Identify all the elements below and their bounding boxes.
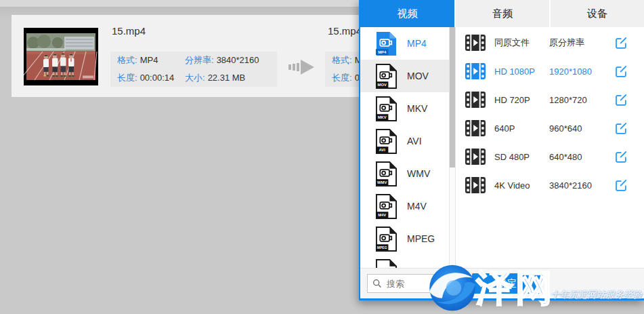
confirm-button[interactable]: 确定 (472, 273, 542, 294)
resolution-pair: 分辨率:3840*2160 (185, 54, 277, 66)
format-item-mpeg[interactable]: MPEG MPEG (360, 222, 449, 255)
duration-label: 长度: (117, 73, 137, 83)
tab-audio[interactable]: 音频 (456, 0, 549, 27)
svg-text:MOV: MOV (378, 82, 387, 86)
format-item-partial[interactable] (360, 255, 449, 269)
preset-resolution: 960*640 (549, 123, 614, 134)
format-item-m4v[interactable]: M4V M4V (360, 190, 449, 222)
preset-row-720p[interactable]: HD 720P 1280*720 (456, 85, 644, 114)
size-value: 22.31 MB (208, 73, 246, 83)
preset-row-1080p[interactable]: HD 1080P 1920*1080 (456, 57, 644, 85)
edit-icon[interactable] (614, 93, 628, 106)
format-sidebar: MP4 MP4 MOV MOV (360, 27, 449, 269)
output-duration-label: 长度: (332, 73, 352, 83)
format-item-mkv[interactable]: MKV MKV (360, 92, 449, 125)
svg-text:MPEG: MPEG (377, 245, 387, 249)
mp4-file-icon: MP4 (375, 31, 398, 57)
format-item-label: MOV (407, 71, 429, 81)
scrollbar-thumb[interactable] (450, 27, 455, 168)
search-input[interactable] (385, 278, 446, 290)
format-item-mp4[interactable]: MP4 MP4 (360, 27, 449, 60)
format-item-label: AVI (407, 136, 422, 146)
video-converter-window: { "accent_color": "#1486e8", "selected_b… (0, 0, 644, 314)
format-pair: 格式:MP4 (117, 54, 185, 66)
duration-value: 00:00:14 (140, 73, 175, 83)
film-icon (465, 177, 486, 193)
thumbnail-image (24, 28, 98, 85)
duration-pair: 长度:00:00:14 (117, 72, 185, 84)
mkv-file-icon: MKV (375, 96, 398, 122)
format-picker-panel: 视频 音频 设备 MP4 MP4 (359, 0, 644, 300)
svg-text:WMV: WMV (377, 180, 387, 184)
edit-icon[interactable] (614, 178, 628, 192)
film-icon (465, 35, 486, 51)
format-value: MP4 (140, 55, 158, 65)
film-icon (465, 149, 486, 165)
format-item-label: MKV (407, 103, 427, 114)
file-title: 15.mp4 (112, 25, 146, 37)
search-box[interactable] (367, 274, 452, 293)
preset-row-480p[interactable]: SD 480P 640*480 (456, 142, 644, 171)
preset-name: 同原文件 (494, 37, 549, 49)
wmv-file-icon: WMV (375, 161, 398, 187)
svg-text:MP4: MP4 (378, 50, 387, 54)
sidebar-scrollbar[interactable] (449, 27, 456, 269)
panel-footer: 确定 (360, 268, 644, 298)
partial-file-icon (375, 258, 398, 269)
preset-name: HD 1080P (494, 66, 549, 77)
size-pair: 大小:22.31 MB (185, 72, 277, 84)
preset-resolution: 1920*1080 (549, 66, 614, 77)
panel-tabs: 视频 音频 设备 (360, 0, 644, 27)
preset-name: HD 720P (494, 95, 549, 105)
tab-device[interactable]: 设备 (551, 0, 644, 27)
format-label: 格式: (117, 55, 137, 65)
preset-resolution: 640*480 (549, 152, 614, 162)
mov-file-icon: MOV (375, 63, 398, 90)
format-item-label: M4V (407, 201, 427, 212)
film-icon (465, 92, 486, 108)
resolution-label: 分辨率: (185, 55, 214, 65)
size-label: 大小: (185, 73, 205, 83)
m4v-file-icon: M4V (375, 193, 398, 220)
preset-row-4k[interactable]: 4K Video 3840*2160 (456, 171, 644, 199)
format-item-wmv[interactable]: WMV WMV (360, 157, 449, 190)
search-icon (372, 279, 382, 288)
preset-name: 4K Video (494, 180, 549, 191)
output-format-label: 格式: (332, 55, 352, 65)
format-item-avi[interactable]: AVI AVI (360, 125, 449, 157)
edit-icon[interactable] (614, 36, 628, 50)
convert-arrow-icon (288, 58, 316, 76)
preset-resolution: 3840*2160 (549, 180, 614, 191)
format-item-label: WMV (407, 168, 430, 179)
format-item-label: MP4 (407, 38, 427, 49)
preset-row-original[interactable]: 同原文件 原分辨率 (456, 28, 644, 57)
edit-icon[interactable] (614, 150, 628, 163)
svg-text:M4V: M4V (378, 212, 386, 216)
preset-name: SD 480P (494, 152, 549, 162)
resolution-value: 3840*2160 (217, 55, 259, 65)
preset-resolution: 原分辨率 (549, 37, 614, 49)
film-icon (465, 63, 486, 79)
panel-body: MP4 MP4 MOV MOV (360, 27, 644, 269)
video-thumbnail[interactable] (24, 28, 98, 85)
format-item-mov[interactable]: MOV MOV (360, 60, 449, 92)
avi-file-icon: AVI (375, 128, 398, 155)
format-item-label: MPEG (407, 233, 435, 244)
edit-icon[interactable] (614, 121, 628, 135)
preset-resolution: 1280*720 (549, 95, 614, 105)
file-info-box: 格式:MP4 分辨率:3840*2160 长度:00:00:14 大小:22.3… (110, 52, 277, 87)
tab-video[interactable]: 视频 (360, 0, 454, 27)
output-file-title: 15.mp4 (328, 25, 362, 37)
preset-list: 同原文件 原分辨率 HD 1080P 1920*1080 (456, 27, 644, 269)
svg-text:AVI: AVI (379, 147, 386, 151)
mpeg-file-icon: MPEG (375, 226, 398, 252)
film-icon (465, 120, 486, 136)
preset-name: 640P (494, 123, 549, 134)
svg-text:MKV: MKV (378, 115, 387, 119)
edit-icon[interactable] (614, 64, 628, 78)
preset-row-640p[interactable]: 640P 960*640 (456, 114, 644, 142)
